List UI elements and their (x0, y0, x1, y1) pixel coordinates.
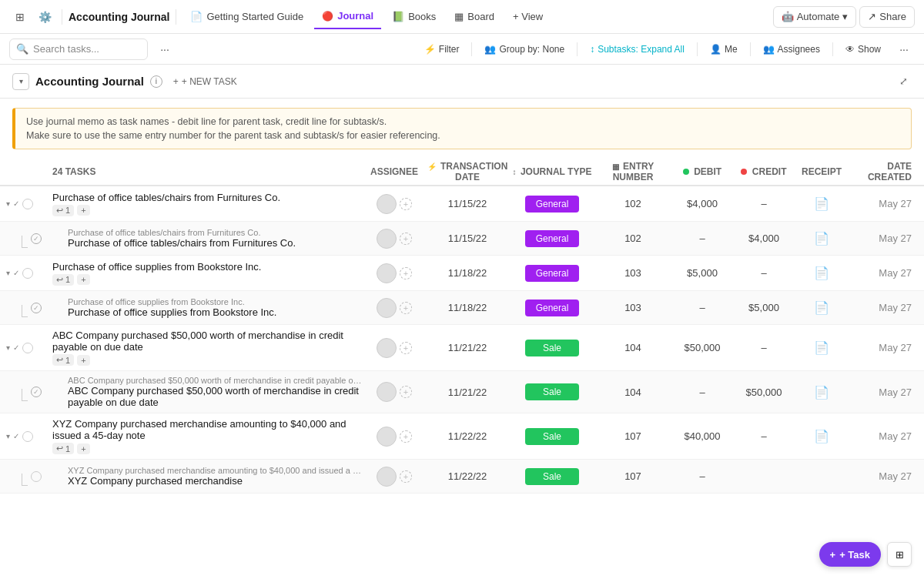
subtask-name: XYZ Company purchased merchandise amount… (68, 461, 363, 491)
filter-btn[interactable]: ⚡ Filter (418, 42, 466, 57)
col-receipt[interactable]: RECEIPT (795, 166, 849, 177)
add-subtask-btn[interactable]: + (77, 443, 89, 454)
add-view-btn[interactable]: + View (505, 5, 551, 29)
receipt-cell: 📄 (795, 340, 849, 355)
subtask-checkbox[interactable] (31, 387, 42, 397)
avatar[interactable] (377, 194, 397, 214)
subtask-checkbox[interactable] (31, 303, 42, 313)
receipt-icon[interactable]: 📄 (814, 430, 829, 443)
avatar[interactable] (377, 338, 397, 358)
task-name: XYZ Company purchased merchandise amount… (52, 413, 363, 459)
check-icon[interactable]: ✓ (13, 432, 19, 440)
task-checkbox[interactable] (22, 343, 33, 353)
add-assignee-btn[interactable]: + (400, 430, 412, 443)
add-assignee-btn[interactable]: + (400, 342, 412, 354)
expand-icon[interactable]: ⤢ (895, 73, 912, 90)
receipt-icon-sub[interactable]: 📄 (814, 232, 829, 245)
avatar-sub[interactable] (377, 229, 397, 249)
subtask-count-pill[interactable]: ↩ 1 (52, 274, 74, 286)
collapse-row-icon[interactable]: ▾ (6, 432, 10, 440)
share-btn[interactable]: ↗ Share (859, 6, 915, 28)
subtask-checkbox[interactable] (31, 471, 42, 482)
workspace-icon[interactable]: ⚙️ (34, 6, 55, 28)
automate-btn[interactable]: 🤖 Automate ▾ (773, 6, 857, 28)
task-checkbox[interactable] (22, 431, 33, 442)
row-controls: ▾ ✓ (6, 343, 52, 353)
date-created-sub: May 27 (849, 387, 918, 398)
subtask-meta: ↩ 1 + (52, 443, 363, 454)
receipt-icon[interactable]: 📄 (814, 266, 829, 279)
task-name-text: ABC Company purchased $50,000 worth of m… (52, 330, 363, 353)
col-date[interactable]: ⚡ TRANSACTION DATE (425, 161, 510, 182)
receipt-icon[interactable]: 📄 (814, 197, 829, 210)
task-checkbox[interactable] (22, 268, 33, 279)
collapse-row-icon[interactable]: ▾ (6, 343, 10, 352)
banner-line2: Make sure to use the same entry number f… (26, 130, 900, 141)
avatar[interactable] (377, 263, 397, 283)
grid-view-btn[interactable]: ⊞ (887, 542, 912, 567)
toolbar-divider-5 (832, 42, 833, 56)
group-by-btn[interactable]: 👥 Group by: None (478, 42, 571, 57)
search-box[interactable]: 🔍 Search tasks... (9, 38, 148, 60)
receipt-icon-sub[interactable]: 📄 (814, 301, 829, 314)
add-assignee-sub-btn[interactable]: + (400, 302, 412, 314)
col-entry[interactable]: ▦ ENTRY NUMBER (594, 161, 671, 182)
journal-icon: 🔴 (322, 11, 333, 22)
avatar-sub[interactable] (377, 382, 397, 402)
home-icon[interactable]: ⊞ (9, 6, 31, 28)
subtasks-btn[interactable]: ↕ Subtasks: Expand All (584, 42, 691, 57)
assignee-cell-sub: + (363, 467, 425, 487)
add-assignee-btn[interactable]: + (400, 267, 412, 279)
collapse-btn[interactable]: ▾ (12, 73, 29, 90)
check-icon[interactable]: ✓ (13, 343, 19, 352)
collapse-row-icon[interactable]: ▾ (6, 199, 10, 208)
avatar-sub[interactable] (377, 467, 397, 487)
add-subtask-btn[interactable]: + (77, 274, 89, 285)
subtask-count-pill[interactable]: ↩ 1 (52, 443, 74, 454)
col-type[interactable]: ↕ JOURNAL TYPE (510, 166, 594, 177)
check-icon[interactable]: ✓ (13, 269, 19, 277)
subtask-checkbox[interactable] (31, 233, 42, 244)
show-btn[interactable]: 👁 Show (839, 42, 887, 57)
more-toolbar-icon[interactable]: ··· (893, 38, 915, 60)
subtask-count-pill[interactable]: ↩ 1 (52, 354, 74, 366)
receipt-icon[interactable]: 📄 (814, 341, 829, 354)
info-icon[interactable]: i (150, 75, 162, 88)
tab-journal[interactable]: 🔴 Journal (314, 5, 381, 29)
add-task-btn[interactable]: + + Task (819, 542, 881, 567)
tab-books[interactable]: 📗 Books (384, 5, 444, 29)
col-created[interactable]: DATE CREATED (849, 161, 918, 182)
add-subtask-btn[interactable]: + (77, 205, 89, 216)
tab-getting-started[interactable]: 📄 Getting Started Guide (182, 5, 311, 29)
type-sort-icon: ↕ (513, 168, 517, 176)
me-btn[interactable]: 👤 Me (704, 42, 744, 57)
subtask-count: 1 (65, 356, 70, 365)
add-assignee-btn[interactable]: + (400, 198, 412, 210)
new-task-btn[interactable]: + + NEW TASK (169, 75, 242, 89)
col-credit[interactable]: CREDIT (733, 166, 795, 177)
row-controls: ▾ ✓ (6, 431, 52, 442)
receipt-icon-sub[interactable]: 📄 (814, 386, 829, 399)
col-debit[interactable]: DEBIT (671, 166, 733, 177)
subtask-link-icon: ↩ (56, 206, 63, 216)
row-controls-sub (6, 233, 68, 244)
tab-board[interactable]: ▦ Board (447, 5, 502, 29)
avatar[interactable] (377, 427, 397, 447)
add-assignee-sub-btn[interactable]: + (400, 233, 412, 245)
assignee-cell: + (363, 338, 425, 358)
add-assignee-sub-btn[interactable]: + (400, 470, 412, 483)
avatar-sub[interactable] (377, 298, 397, 318)
more-options-icon[interactable]: ··· (154, 38, 176, 60)
add-assignee-sub-btn[interactable]: + (400, 386, 412, 398)
task-checkbox[interactable] (22, 199, 33, 209)
assignees-btn[interactable]: 👥 Assignees (757, 42, 826, 57)
col-assignee[interactable]: ASSIGNEE (363, 166, 425, 177)
subtask-count-pill[interactable]: ↩ 1 (52, 205, 74, 216)
share-icon: ↗ (868, 11, 876, 22)
check-icon[interactable]: ✓ (13, 199, 19, 208)
scroll-area[interactable]: ▾ ✓ Purchase of office tables/chairs fro… (0, 186, 924, 579)
col-task: 24 TASKS (6, 166, 363, 177)
subtask-meta: ↩ 1 + (52, 354, 363, 366)
collapse-row-icon[interactable]: ▾ (6, 269, 10, 277)
add-subtask-btn[interactable]: + (77, 355, 89, 366)
